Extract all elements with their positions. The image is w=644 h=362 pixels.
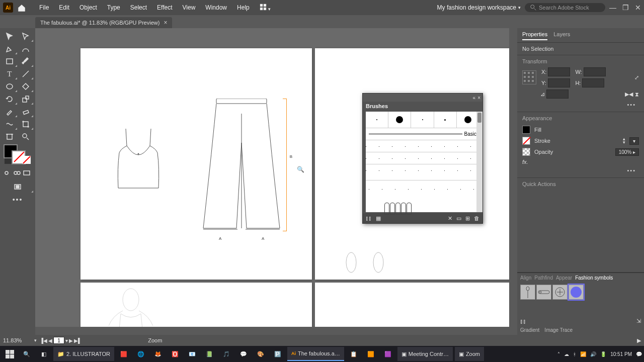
tab-image-trace[interactable]: Image Trace bbox=[544, 327, 573, 333]
menu-type[interactable]: Type bbox=[102, 4, 125, 11]
draw-behind-icon[interactable] bbox=[14, 168, 22, 177]
selection-tool-icon[interactable] bbox=[2, 30, 18, 42]
taskbar-app-icon[interactable]: 📗 bbox=[202, 347, 217, 361]
taskbar-search-icon[interactable]: 🔍 bbox=[19, 347, 34, 361]
tray-chevron-icon[interactable]: ˄ bbox=[557, 351, 560, 357]
stock-search[interactable]: Search Adobe Stock bbox=[525, 3, 605, 12]
menu-window[interactable]: Window bbox=[200, 4, 232, 11]
start-button[interactable] bbox=[2, 347, 17, 361]
bluetooth-icon[interactable]: ᚼ bbox=[573, 351, 576, 357]
menu-help[interactable]: Help bbox=[232, 4, 255, 11]
volume-icon[interactable]: 🔊 bbox=[590, 351, 596, 357]
zoom-level[interactable]: 11.83% bbox=[3, 337, 31, 343]
opacity-value[interactable]: 100% ▸ bbox=[615, 148, 639, 156]
cloud-icon[interactable]: ☁ bbox=[564, 351, 569, 357]
taskbar-app-icon[interactable]: 🟧 bbox=[363, 347, 378, 361]
remove-stroke-icon[interactable]: ✕ bbox=[448, 215, 452, 222]
brush-options-icon[interactable]: ▭ bbox=[456, 215, 461, 222]
prev-artboard-icon[interactable]: ◀ bbox=[48, 338, 52, 343]
symbol-libraries-icon[interactable]: ⫿⫿ bbox=[520, 318, 526, 324]
brush-libraries-icon[interactable]: ⫿⫿ bbox=[366, 215, 372, 221]
taskbar-window[interactable]: ▣ Zoom bbox=[455, 347, 484, 361]
draw-normal-icon[interactable] bbox=[5, 168, 13, 177]
zoom-tool-icon[interactable] bbox=[18, 131, 34, 143]
taskbar-app-icon[interactable]: 🎵 bbox=[219, 347, 234, 361]
flip-horiz-icon[interactable]: ▶◀ bbox=[625, 91, 633, 98]
break-link-icon[interactable]: ⇲ bbox=[636, 318, 641, 324]
curvature-tool-icon[interactable] bbox=[18, 43, 34, 55]
eyedropper-tool-icon[interactable] bbox=[2, 106, 18, 118]
taskbar-window[interactable]: ▣ Meeting Contr… bbox=[397, 347, 453, 361]
direct-selection-tool-icon[interactable] bbox=[18, 30, 34, 42]
line-tool-icon[interactable] bbox=[18, 68, 34, 80]
minimize-icon[interactable]: — bbox=[609, 4, 616, 12]
stroke-weight-stepper[interactable]: ▴▾ bbox=[623, 137, 625, 144]
close-tab-icon[interactable]: × bbox=[164, 19, 167, 26]
lock-aspect-icon[interactable]: ⤢ bbox=[634, 74, 639, 81]
symbol-item[interactable] bbox=[536, 285, 551, 300]
shaper-tool-icon[interactable] bbox=[18, 80, 34, 93]
paintbrush-tool-icon[interactable] bbox=[18, 55, 34, 67]
close-icon[interactable]: ✕ bbox=[635, 4, 641, 12]
taskbar-window[interactable]: Ai The fabulous.a… bbox=[287, 347, 344, 361]
transform-x-input[interactable] bbox=[548, 67, 570, 76]
fill-swatch[interactable] bbox=[522, 126, 530, 134]
draw-inside-icon[interactable] bbox=[23, 168, 31, 177]
clock[interactable]: 10:51 PM bbox=[610, 351, 632, 357]
type-tool-icon[interactable]: T bbox=[2, 68, 18, 80]
maximize-icon[interactable]: ❐ bbox=[622, 4, 629, 12]
ellipse-tool-icon[interactable] bbox=[2, 80, 18, 93]
tab-pathfinder[interactable]: Pathfind bbox=[534, 275, 553, 281]
wifi-icon[interactable]: 📶 bbox=[580, 351, 586, 357]
eraser-tool-icon[interactable] bbox=[18, 106, 34, 118]
symbol-item[interactable] bbox=[552, 285, 568, 300]
vertical-scrollbar[interactable] bbox=[509, 28, 517, 327]
tab-properties[interactable]: Properties bbox=[522, 31, 547, 40]
more-options-icon[interactable]: ••• bbox=[522, 101, 639, 109]
transform-rotate-input[interactable] bbox=[546, 89, 569, 99]
transform-w-input[interactable] bbox=[584, 67, 606, 76]
first-artboard-icon[interactable]: ▐◀ bbox=[40, 338, 47, 343]
menu-object[interactable]: Object bbox=[74, 4, 102, 11]
taskbar-app-icon[interactable]: 🟥 bbox=[116, 347, 131, 361]
last-artboard-icon[interactable]: ▶▌ bbox=[74, 338, 82, 343]
taskbar-app-icon[interactable]: 🌐 bbox=[133, 347, 148, 361]
reference-point-picker[interactable] bbox=[522, 70, 536, 84]
taskbar-app-icon[interactable]: 🅾️ bbox=[168, 347, 183, 361]
menu-edit[interactable]: Edit bbox=[54, 4, 74, 11]
close-panel-icon[interactable]: × bbox=[477, 95, 480, 101]
delete-brush-icon[interactable]: 🗑 bbox=[474, 215, 479, 221]
transform-y-input[interactable] bbox=[548, 78, 570, 87]
tab-appearance[interactable]: Appear bbox=[556, 275, 572, 281]
taskbar-app-icon[interactable]: 🟪 bbox=[380, 347, 395, 361]
horizontal-scrollbar[interactable] bbox=[35, 327, 517, 335]
menu-select[interactable]: Select bbox=[125, 4, 152, 11]
artboard-tool-icon[interactable] bbox=[2, 131, 18, 143]
taskbar-app-icon[interactable]: 💬 bbox=[236, 347, 251, 361]
brushes-panel[interactable]: « × Brushes Basic ⫿⫿ bbox=[362, 93, 483, 224]
symbol-item-selected[interactable] bbox=[569, 285, 584, 300]
stroke-swatch[interactable] bbox=[522, 137, 530, 145]
taskbar-folder[interactable]: 📁 2. ILLUSTRATOR bbox=[53, 347, 114, 361]
arrange-docs-icon[interactable]: ▾ bbox=[255, 4, 276, 12]
screen-mode-icon[interactable] bbox=[2, 181, 34, 193]
pen-tool-icon[interactable] bbox=[2, 43, 18, 55]
new-brush-icon[interactable]: ⊞ bbox=[465, 215, 470, 222]
home-icon[interactable] bbox=[17, 4, 26, 12]
tab-fashion-symbols[interactable]: Fashion symbols bbox=[575, 275, 613, 281]
system-tray[interactable]: ˄ ☁ ᚼ 📶 🔊 🔋 10:51 PM 💬 bbox=[557, 351, 642, 357]
width-tool-icon[interactable] bbox=[2, 118, 18, 130]
document-tab[interactable]: The fabulous.ai* @ 11.83% (RGB/GPU Previ… bbox=[35, 17, 172, 28]
task-view-icon[interactable]: ◧ bbox=[36, 347, 51, 361]
brushes-list[interactable]: Basic bbox=[366, 112, 479, 212]
menu-view[interactable]: View bbox=[178, 4, 201, 11]
tab-gradient[interactable]: Gradient bbox=[520, 327, 539, 333]
tab-layers[interactable]: Layers bbox=[553, 31, 570, 40]
scale-tool-icon[interactable] bbox=[18, 93, 34, 105]
workspace-switcher[interactable]: My fashion design workspace ▾ bbox=[433, 4, 525, 11]
flip-vert-icon[interactable]: ⧗ bbox=[635, 91, 639, 98]
menu-effect[interactable]: Effect bbox=[152, 4, 177, 11]
taskbar-app-icon[interactable]: 📧 bbox=[185, 347, 200, 361]
artboard-number-input[interactable] bbox=[53, 337, 64, 344]
artboard-nav[interactable]: ▐◀ ◀ ▾ ▶ ▶▌ bbox=[40, 337, 82, 344]
